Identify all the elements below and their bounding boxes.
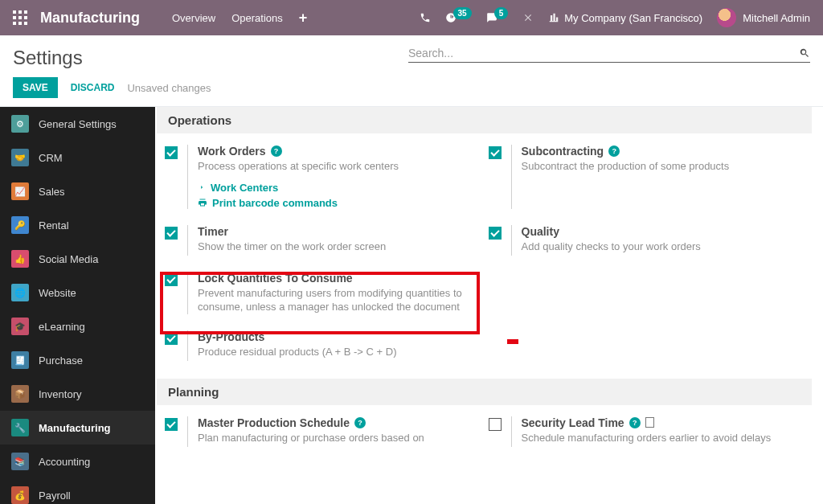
gear-icon: ⚙ bbox=[11, 115, 29, 133]
help-icon[interactable]: ? bbox=[629, 417, 641, 428]
globe-icon: 🌐 bbox=[11, 284, 29, 301]
sidebar-item-website[interactable]: 🌐Website bbox=[0, 276, 155, 309]
sidebar-item-label: Website bbox=[39, 287, 76, 299]
setting-title: By-Products bbox=[198, 330, 264, 343]
search-icon[interactable] bbox=[799, 47, 810, 59]
byproducts-checkbox[interactable] bbox=[165, 332, 178, 345]
sidebar-item-label: Payroll bbox=[39, 490, 71, 502]
settings-sidebar: ⚙General Settings 🤝CRM 📈Sales 🔑Rental 👍S… bbox=[0, 107, 155, 504]
print-icon bbox=[198, 198, 207, 207]
setting-quality: Quality Add quality checks to your work … bbox=[489, 225, 805, 256]
setting-desc: Schedule manufacturing orders earlier to… bbox=[522, 431, 805, 445]
unsaved-indicator: Unsaved changes bbox=[127, 82, 211, 94]
discard-button[interactable]: DISCARD bbox=[71, 82, 115, 93]
section-operations-heading: Operations bbox=[157, 107, 812, 133]
quality-checkbox[interactable] bbox=[489, 227, 502, 240]
sidebar-item-inventory[interactable]: 📦Inventory bbox=[0, 377, 155, 411]
messages-button[interactable]: 5 bbox=[486, 12, 509, 24]
setting-title: Master Production Schedule bbox=[198, 416, 350, 429]
setting-title: Security Lead Time bbox=[522, 416, 624, 429]
link-work-centers[interactable]: Work Centers bbox=[198, 182, 481, 194]
nav-operations[interactable]: Operations bbox=[231, 12, 283, 24]
nav-overview[interactable]: Overview bbox=[172, 12, 215, 24]
sidebar-item-crm[interactable]: 🤝CRM bbox=[0, 141, 155, 174]
top-navbar: Manufacturing Overview Operations + 35 5… bbox=[0, 0, 823, 35]
annotation-dash bbox=[507, 339, 518, 344]
timer-checkbox[interactable] bbox=[165, 227, 178, 240]
subcontracting-checkbox[interactable] bbox=[489, 146, 502, 159]
setting-title: Timer bbox=[198, 225, 228, 238]
sidebar-item-elearning[interactable]: 🎓eLearning bbox=[0, 309, 155, 343]
section-planning-heading: Planning bbox=[157, 379, 812, 405]
setting-title: Subcontracting bbox=[522, 145, 604, 158]
company-name: My Company (San Francisco) bbox=[564, 12, 702, 24]
sidebar-item-label: eLearning bbox=[39, 321, 85, 333]
help-icon[interactable]: ? bbox=[608, 145, 620, 157]
help-icon[interactable]: ? bbox=[271, 145, 282, 157]
close-icon[interactable] bbox=[522, 12, 534, 23]
activities-badge: 35 bbox=[453, 7, 472, 19]
key-icon: 🔑 bbox=[11, 216, 29, 234]
user-name: Mitchell Admin bbox=[743, 12, 810, 24]
handshake-icon: 🤝 bbox=[11, 149, 29, 166]
sidebar-item-accounting[interactable]: 📚Accounting bbox=[0, 445, 155, 478]
help-icon[interactable]: ? bbox=[354, 417, 366, 428]
sidebar-item-label: Manufacturing bbox=[39, 422, 111, 434]
sidebar-item-label: Social Media bbox=[39, 253, 98, 265]
sidebar-item-payroll[interactable]: 💰Payroll bbox=[0, 478, 155, 504]
sidebar-item-label: General Settings bbox=[39, 118, 117, 130]
setting-timer: Timer Show the timer on the work order s… bbox=[165, 225, 481, 256]
security-lead-time-checkbox[interactable] bbox=[489, 418, 502, 431]
setting-desc: Plan manufacturing or purchase orders ba… bbox=[198, 431, 481, 445]
sidebar-item-purchase[interactable]: 🧾Purchase bbox=[0, 343, 155, 377]
sidebar-item-general-settings[interactable]: ⚙General Settings bbox=[0, 107, 155, 141]
nav-new-icon[interactable]: + bbox=[299, 10, 308, 27]
sidebar-item-label: Rental bbox=[39, 219, 69, 232]
setting-desc: Subcontract the production of some produ… bbox=[522, 159, 805, 174]
messages-badge: 5 bbox=[494, 7, 509, 19]
sidebar-item-sales[interactable]: 📈Sales bbox=[0, 174, 155, 208]
company-selector[interactable]: My Company (San Francisco) bbox=[548, 12, 702, 24]
setting-title: Quality bbox=[522, 225, 559, 238]
thumb-icon: 👍 bbox=[11, 250, 29, 268]
sidebar-item-label: CRM bbox=[39, 152, 63, 164]
sidebar-item-label: Sales bbox=[39, 186, 65, 198]
setting-lock-quantities: Lock Quantities To Consume Prevent manuf… bbox=[165, 272, 481, 314]
work-orders-checkbox[interactable] bbox=[165, 146, 178, 159]
sidebar-item-label: Accounting bbox=[39, 456, 90, 468]
link-print-barcode[interactable]: Print barcode commands bbox=[198, 197, 481, 209]
arrow-right-icon bbox=[198, 183, 206, 191]
setting-title: Work Orders bbox=[198, 145, 266, 158]
setting-desc: Produce residual products (A + B -> C + … bbox=[198, 345, 481, 359]
chart-icon: 📈 bbox=[11, 182, 29, 200]
app-title: Manufacturing bbox=[40, 10, 140, 27]
save-button[interactable]: SAVE bbox=[13, 77, 58, 98]
apps-menu-icon[interactable] bbox=[13, 10, 27, 25]
phone-icon[interactable] bbox=[420, 12, 431, 23]
books-icon: 📚 bbox=[11, 453, 29, 470]
cart-icon: 🧾 bbox=[11, 351, 29, 369]
setting-desc: Show the timer on the work order screen bbox=[198, 240, 481, 254]
setting-desc: Prevent manufacturing users from modifyi… bbox=[198, 286, 481, 314]
setting-title: Lock Quantities To Consume bbox=[198, 272, 353, 285]
sidebar-item-label: Inventory bbox=[39, 388, 81, 400]
setting-work-orders: Work Orders? Process operations at speci… bbox=[165, 145, 481, 209]
search-input[interactable] bbox=[408, 47, 799, 59]
sidebar-item-manufacturing[interactable]: 🔧Manufacturing bbox=[0, 411, 155, 445]
document-icon[interactable] bbox=[645, 417, 654, 428]
user-menu[interactable]: Mitchell Admin bbox=[717, 8, 810, 27]
sidebar-item-social-media[interactable]: 👍Social Media bbox=[0, 242, 155, 276]
avatar bbox=[717, 8, 736, 27]
search-bar[interactable] bbox=[408, 47, 810, 63]
activities-button[interactable]: 35 bbox=[445, 12, 472, 24]
sidebar-item-rental[interactable]: 🔑Rental bbox=[0, 208, 155, 242]
settings-content: Operations Work Orders? Process operatio… bbox=[155, 107, 823, 504]
lock-quantities-checkbox[interactable] bbox=[165, 273, 178, 286]
setting-desc: Add quality checks to your work orders bbox=[522, 240, 805, 254]
subheader: Settings SAVE DISCARD Unsaved changes bbox=[0, 35, 823, 107]
wrench-icon: 🔧 bbox=[11, 419, 29, 436]
setting-desc: Process operations at specific work cent… bbox=[198, 159, 481, 174]
sidebar-item-label: Purchase bbox=[39, 354, 83, 367]
mps-checkbox[interactable] bbox=[165, 418, 178, 431]
box-icon: 📦 bbox=[11, 385, 29, 403]
